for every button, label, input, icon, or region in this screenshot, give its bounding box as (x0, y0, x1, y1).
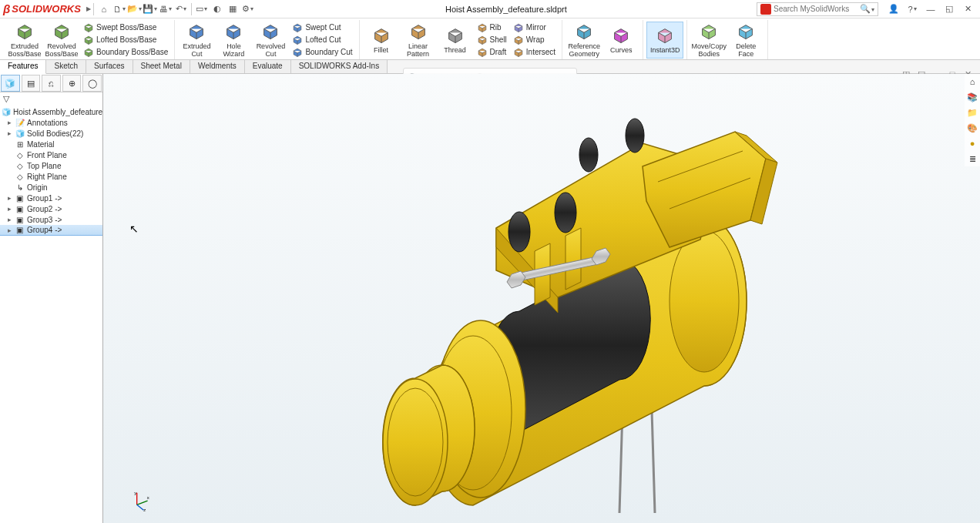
tab-sheet-metal[interactable]: Sheet Metal (133, 60, 190, 73)
search-icon[interactable]: 🔍▾ (860, 4, 874, 14)
rib-button[interactable]: Rib (474, 22, 510, 34)
lofted-cut-button[interactable]: Lofted Cut (289, 34, 355, 46)
tree-item[interactable]: ◇Front Plane (0, 149, 102, 160)
hole-wizard-button[interactable]: HoleWizard (215, 22, 252, 59)
wrap-button[interactable]: Wrap (510, 34, 559, 46)
swept-boss-button[interactable]: Swept Boss/Base (80, 22, 171, 34)
config-tab[interactable]: ⎌ (42, 75, 61, 92)
svg-point-14 (555, 193, 576, 233)
save-icon[interactable]: 💾▾ (144, 3, 156, 15)
swept-cut-button[interactable]: Swept Cut (289, 22, 355, 34)
undo-icon[interactable]: ↶▾ (175, 3, 187, 15)
svg-line-19 (137, 501, 148, 505)
feature-tree-tab[interactable]: 🧊 (1, 75, 20, 92)
feature-tree: 🧊Hoist Assembly_defeature (Default▸📝Anno… (0, 105, 102, 237)
ref-geometry-button[interactable]: ReferenceGeometry (566, 22, 602, 59)
mirror-button[interactable]: Mirror (510, 22, 559, 34)
close-icon[interactable]: ✕ (960, 3, 975, 15)
boundary-cut-button[interactable]: Boundary Cut (289, 46, 355, 59)
tree-item[interactable]: ▸▣Group3 -> (0, 214, 102, 225)
tab-weldments[interactable]: Weldments (190, 60, 245, 73)
tab-sketch[interactable]: Sketch (46, 60, 86, 73)
tree-item[interactable]: ⊞Material (0, 139, 102, 149)
tab-features[interactable]: Features (0, 60, 46, 74)
feature-manager-panel: 🧊 ▤ ⎌ ⊕ ◯ ▽ 🧊Hoist Assembly_defeature (D… (0, 74, 103, 523)
appearances-icon[interactable]: ● (965, 136, 979, 150)
revolved-cut-button[interactable]: RevolvedCut (252, 22, 289, 59)
thread-button[interactable]: Thread (437, 22, 474, 59)
shell-button[interactable]: Shell (474, 34, 510, 46)
logo-dropdown-icon[interactable]: ▶ (86, 5, 91, 12)
open-icon[interactable]: 📂▾ (129, 3, 141, 15)
tree-item[interactable]: ▸🧊Solid Bodies(22) (0, 128, 102, 139)
extruded-cut-button[interactable]: ExtrudedCut (178, 22, 215, 59)
minimize-icon[interactable]: — (923, 3, 938, 15)
search-box[interactable]: 🔍▾ (757, 2, 878, 16)
display-tab[interactable]: ◯ (82, 75, 102, 92)
orientation-triad[interactable]: y x z (130, 491, 150, 511)
sw-icon (760, 4, 771, 15)
svg-line-20 (137, 505, 144, 510)
help-icon[interactable]: ?▾ (904, 3, 920, 15)
x-axis-label: x (147, 495, 149, 500)
fillet-button[interactable]: Fillet (363, 22, 400, 59)
rebuild-icon[interactable]: ◐ (211, 3, 223, 15)
instant3d-button[interactable]: Instant3D (646, 22, 683, 59)
tree-root[interactable]: 🧊Hoist Assembly_defeature (Default (0, 106, 102, 117)
graphics-viewport[interactable]: y x z (103, 74, 980, 523)
extruded-boss-button[interactable]: ExtrudedBoss/Base (6, 22, 43, 59)
custom-props-icon[interactable]: ≣ (965, 152, 979, 166)
file-explorer-icon[interactable]: 📁 (965, 106, 979, 119)
restore-icon[interactable]: ◱ (941, 3, 957, 15)
document-title: Hoist Assembly_defeature.sldprt (256, 5, 757, 14)
svg-point-11 (579, 138, 598, 172)
user-icon[interactable]: 👤 (886, 3, 901, 15)
intersect-button[interactable]: Intersect (510, 46, 559, 59)
linear-pattern-button[interactable]: LinearPattern (400, 22, 437, 59)
dimxpert-tab[interactable]: ⊕ (62, 75, 82, 92)
view-palette-icon[interactable]: 🎨 (965, 121, 979, 135)
home-pane-icon[interactable]: ⌂ (965, 75, 979, 89)
move-copy-button[interactable]: Move/CopyBodies (690, 22, 727, 59)
tab-evaluate[interactable]: Evaluate (245, 60, 291, 73)
property-tab[interactable]: ▤ (22, 75, 41, 92)
app-logo: βSOLIDWORKS (3, 2, 81, 15)
delete-face-button[interactable]: DeleteFace (727, 22, 764, 59)
home-icon[interactable]: ⌂ (98, 3, 110, 15)
title-bar: βSOLIDWORKS ▶ ⌂ 🗋▾ 📂▾ 💾▾ 🖶▾ ↶▾ ▭▾ ◐ ▦ ⚙▾… (0, 0, 980, 18)
svg-point-7 (383, 379, 448, 505)
select-icon[interactable]: ▭▾ (196, 3, 208, 15)
tree-item[interactable]: ◇Top Plane (0, 160, 102, 171)
tree-item[interactable]: ↳Origin (0, 182, 102, 193)
svg-point-3 (670, 230, 739, 372)
lofted-boss-button[interactable]: Lofted Boss/Base (80, 34, 171, 46)
link-icon[interactable]: ▦ (227, 3, 239, 15)
design-library-icon[interactable]: 📚 (965, 90, 979, 104)
svg-point-13 (508, 212, 530, 252)
z-axis-label: z (143, 508, 146, 511)
print-icon[interactable]: 🖶▾ (159, 3, 172, 15)
svg-point-12 (626, 119, 644, 153)
revolved-boss-button[interactable]: RevolvedBoss/Base (43, 22, 80, 59)
tree-item[interactable]: ◇Right Plane (0, 171, 102, 182)
tree-item[interactable]: ▸▣Group1 -> (0, 193, 102, 203)
tab-solidworks-add-ins[interactable]: SOLIDWORKS Add-Ins (291, 60, 388, 73)
new-icon[interactable]: 🗋▾ (113, 3, 126, 15)
tree-item[interactable]: ▸📝Annotations (0, 117, 102, 128)
task-pane: ⌂ 📚 📁 🎨 ● ≣ (965, 74, 980, 166)
curves-button[interactable]: Curves (602, 22, 639, 59)
search-input[interactable] (774, 5, 858, 13)
boundary-boss-button[interactable]: Boundary Boss/Base (80, 46, 171, 59)
hoist-model[interactable] (242, 97, 820, 513)
tree-item[interactable]: ▸▣Group4 -> (0, 225, 102, 236)
filter-icon[interactable]: ▽ (3, 94, 9, 104)
draft-button[interactable]: Draft (474, 46, 510, 59)
ribbon: ExtrudedBoss/BaseRevolvedBoss/BaseSwept … (0, 18, 980, 60)
options-icon[interactable]: ⚙▾ (242, 3, 254, 15)
tree-item[interactable]: ▸▣Group2 -> (0, 203, 102, 214)
tab-surfaces[interactable]: Surfaces (86, 60, 133, 73)
